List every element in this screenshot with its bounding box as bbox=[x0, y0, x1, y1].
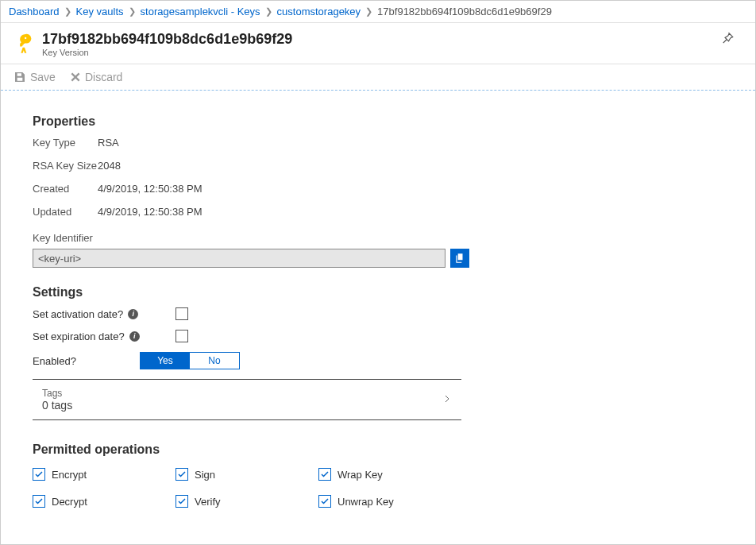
save-button[interactable]: Save bbox=[14, 71, 56, 83]
operation-label: Verify bbox=[195, 496, 221, 508]
key-type-label: Key Type bbox=[33, 137, 98, 149]
breadcrumb-link-key[interactable]: customstoragekey bbox=[277, 6, 361, 17]
rsa-size-label: RSA Key Size bbox=[33, 160, 98, 172]
key-icon bbox=[14, 33, 36, 55]
enabled-yes[interactable]: Yes bbox=[141, 353, 190, 369]
discard-icon bbox=[70, 72, 81, 83]
rsa-size-value: 2048 bbox=[98, 160, 723, 172]
created-value: 4/9/2019, 12:50:38 PM bbox=[98, 183, 723, 195]
activation-label: Set activation date? bbox=[33, 308, 123, 320]
copy-button[interactable] bbox=[450, 249, 469, 268]
key-type-value: RSA bbox=[98, 137, 723, 149]
tags-count: 0 tags bbox=[42, 399, 72, 412]
operation-encrypt[interactable]: Encrypt bbox=[33, 468, 176, 481]
settings-heading: Settings bbox=[33, 285, 723, 300]
save-icon bbox=[14, 71, 26, 83]
chevron-right-icon: ❯ bbox=[265, 6, 272, 17]
expiration-label: Set expiration date? bbox=[33, 330, 125, 342]
operation-label: Encrypt bbox=[52, 469, 87, 481]
tags-label: Tags bbox=[42, 388, 72, 399]
discard-label: Discard bbox=[85, 71, 122, 83]
tags-row[interactable]: Tags 0 tags bbox=[33, 380, 461, 420]
checkbox-checked-icon bbox=[176, 495, 188, 508]
operations-heading: Permitted operations bbox=[33, 443, 723, 457]
operation-decrypt[interactable]: Decrypt bbox=[33, 495, 176, 508]
checkbox-checked-icon bbox=[33, 468, 45, 481]
pin-button[interactable] bbox=[720, 31, 742, 48]
operation-sign[interactable]: Sign bbox=[176, 468, 318, 481]
chevron-right-icon: ❯ bbox=[365, 6, 372, 17]
updated-label: Updated bbox=[33, 206, 98, 218]
key-identifier-label: Key Identifier bbox=[33, 232, 723, 244]
key-identifier-input[interactable] bbox=[33, 249, 446, 268]
toolbar: Save Discard bbox=[1, 64, 755, 91]
breadcrumb: Dashboard ❯ Key vaults ❯ storagesamplekv… bbox=[1, 1, 755, 23]
page-header: 17bf9182bb694f109b8dc6d1e9b69f29 Key Ver… bbox=[1, 23, 755, 64]
chevron-right-icon bbox=[442, 393, 452, 407]
enabled-toggle[interactable]: Yes No bbox=[140, 352, 240, 369]
checkbox-checked-icon bbox=[33, 495, 45, 508]
page-subtitle: Key Version bbox=[42, 48, 292, 57]
chevron-right-icon: ❯ bbox=[129, 6, 136, 17]
operation-verify[interactable]: Verify bbox=[176, 495, 318, 508]
operation-label: Wrap Key bbox=[338, 469, 383, 481]
checkbox-checked-icon bbox=[176, 468, 188, 481]
discard-button[interactable]: Discard bbox=[70, 71, 122, 83]
breadcrumb-link-vault[interactable]: storagesamplekvcli - Keys bbox=[141, 6, 260, 17]
chevron-right-icon: ❯ bbox=[64, 6, 71, 17]
copy-icon bbox=[454, 253, 465, 264]
operation-label: Sign bbox=[195, 469, 215, 481]
operation-unwrap[interactable]: Unwrap Key bbox=[318, 495, 461, 508]
breadcrumb-current: 17bf9182bb694f109b8dc6d1e9b69f29 bbox=[377, 6, 552, 17]
info-icon[interactable]: i bbox=[128, 309, 138, 319]
breadcrumb-link-dashboard[interactable]: Dashboard bbox=[9, 6, 60, 17]
operation-label: Unwrap Key bbox=[338, 496, 394, 508]
enabled-no[interactable]: No bbox=[190, 353, 239, 369]
updated-value: 4/9/2019, 12:50:38 PM bbox=[98, 206, 723, 218]
save-label: Save bbox=[30, 71, 56, 83]
info-icon[interactable]: i bbox=[129, 331, 140, 342]
checkbox-checked-icon bbox=[318, 468, 331, 481]
activation-checkbox[interactable] bbox=[176, 307, 188, 320]
enabled-label: Enabled? bbox=[33, 355, 76, 367]
operation-label: Decrypt bbox=[52, 496, 87, 508]
page-title: 17bf9182bb694f109b8dc6d1e9b69f29 bbox=[42, 31, 292, 48]
operation-wrap[interactable]: Wrap Key bbox=[318, 468, 461, 481]
expiration-checkbox[interactable] bbox=[176, 330, 188, 342]
breadcrumb-link-keyvaults[interactable]: Key vaults bbox=[76, 6, 124, 17]
created-label: Created bbox=[33, 183, 98, 195]
properties-heading: Properties bbox=[33, 114, 723, 129]
checkbox-checked-icon bbox=[318, 495, 331, 508]
